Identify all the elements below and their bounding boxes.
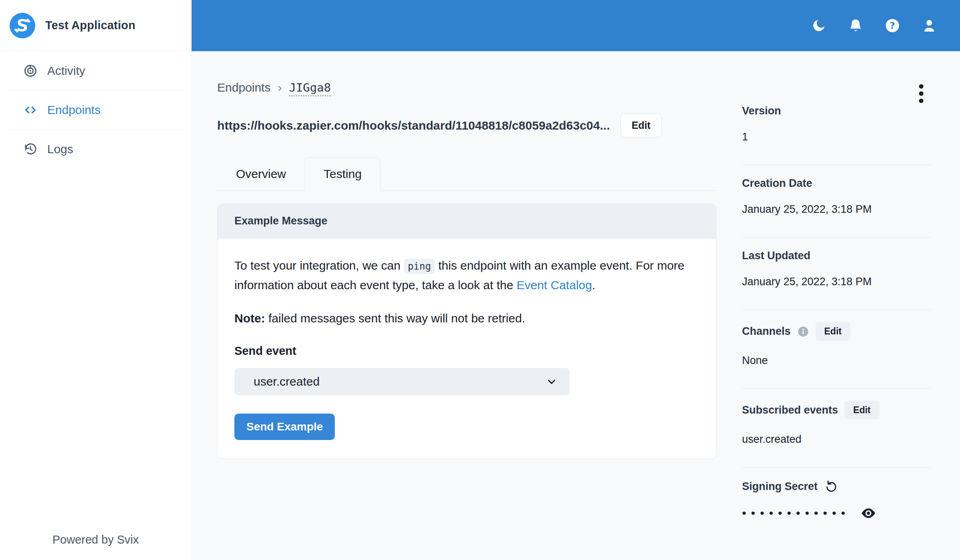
note-paragraph: Note: failed messages sent this way will… xyxy=(234,312,699,325)
breadcrumb-endpoints-link[interactable]: Endpoints xyxy=(217,81,270,94)
sidebar-nav: Activity Endpoints Logs xyxy=(0,51,191,168)
version-section: Version 1 xyxy=(742,105,932,165)
edit-subscribed-events-button[interactable]: Edit xyxy=(844,401,879,420)
intro-paragraph: To test your integration, we can ping th… xyxy=(234,256,686,295)
app-title: Test Application xyxy=(45,19,136,32)
code-brackets-icon xyxy=(23,103,38,117)
subscribed-events-section: Subscribed events Edit user.created xyxy=(742,389,932,468)
signing-secret-label: Signing Secret xyxy=(742,480,818,493)
dark-mode-moon-icon[interactable] xyxy=(811,18,826,33)
sidebar-item-label: Activity xyxy=(47,64,85,78)
user-account-icon[interactable] xyxy=(922,18,937,33)
main-content: Endpoints › JIGga8 https://hooks.zapier.… xyxy=(192,51,960,560)
tab-overview[interactable]: Overview xyxy=(217,157,305,191)
creation-date-value: January 25, 2022, 3:18 PM xyxy=(742,203,932,216)
last-updated-section: Last Updated January 25, 2022, 3:18 PM xyxy=(742,238,932,310)
svix-logo-icon[interactable]: S xyxy=(10,13,35,38)
notifications-bell-icon[interactable] xyxy=(848,18,863,33)
help-icon[interactable]: ? xyxy=(885,18,900,33)
ping-code-chip: ping xyxy=(404,259,435,274)
chevron-right-separator: › xyxy=(278,81,282,94)
sidebar-item-endpoints[interactable]: Endpoints xyxy=(0,90,191,129)
card-body: To test your integration, we can ping th… xyxy=(218,238,716,458)
note-label: Note: xyxy=(234,312,265,325)
endpoint-detail-column: Endpoints › JIGga8 https://hooks.zapier.… xyxy=(217,81,716,543)
svg-text:?: ? xyxy=(890,20,895,31)
subscribed-events-value: user.created xyxy=(742,433,932,446)
channels-section: Channels Edit None xyxy=(742,310,932,389)
signing-secret-section: Signing Secret •••••••••••• xyxy=(742,468,932,543)
edit-channels-button[interactable]: Edit xyxy=(816,322,850,341)
breadcrumb: Endpoints › JIGga8 xyxy=(217,81,716,94)
app-header: S Test Application xyxy=(0,0,191,51)
powered-by-label: Powered by Svix xyxy=(0,533,191,546)
endpoint-url-row: https://hooks.zapier.com/hooks/standard/… xyxy=(217,114,716,137)
breadcrumb-endpoint-id[interactable]: JIGga8 xyxy=(289,81,331,94)
chevron-down-icon xyxy=(546,376,558,388)
send-example-button[interactable]: Send Example xyxy=(234,414,335,440)
topbar: ? xyxy=(192,0,960,51)
channels-label: Channels xyxy=(742,325,791,338)
note-text: failed messages sent this way will not b… xyxy=(268,312,525,325)
send-event-label: Send event xyxy=(234,344,699,358)
subscribed-events-label: Subscribed events xyxy=(742,404,838,416)
masked-signing-secret: •••••••••••• xyxy=(742,506,850,520)
sidebar-item-activity[interactable]: Activity xyxy=(0,51,191,90)
selected-event-value: user.created xyxy=(254,375,320,388)
version-label: Version xyxy=(742,105,932,117)
reveal-secret-eye-icon[interactable] xyxy=(860,505,876,521)
last-updated-value: January 25, 2022, 3:18 PM xyxy=(742,276,932,288)
sidebar-item-label: Endpoints xyxy=(47,103,100,117)
event-type-select[interactable]: user.created xyxy=(234,368,570,395)
endpoint-details-panel: Version 1 Creation Date January 25, 2022… xyxy=(742,81,932,543)
last-updated-label: Last Updated xyxy=(742,250,932,262)
card-header-title: Example Message xyxy=(218,204,716,238)
event-catalog-link[interactable]: Event Catalog xyxy=(516,278,592,292)
activity-icon xyxy=(23,64,38,78)
example-message-card: Example Message To test your integration… xyxy=(217,204,716,459)
version-value: 1 xyxy=(742,131,932,143)
more-options-kebab-icon[interactable] xyxy=(914,83,928,106)
sidebar: S Test Application Activity Endpoints xyxy=(0,0,192,560)
rotate-secret-icon[interactable] xyxy=(824,480,838,493)
edit-url-button[interactable]: Edit xyxy=(620,114,662,137)
creation-date-label: Creation Date xyxy=(742,177,932,190)
tab-bar: Overview Testing xyxy=(217,157,716,191)
intro-text: To test your integration, we can xyxy=(234,259,400,272)
info-icon xyxy=(797,326,809,338)
sidebar-item-logs[interactable]: Logs xyxy=(0,130,191,168)
sidebar-item-label: Logs xyxy=(47,142,73,156)
channels-value: None xyxy=(742,354,932,367)
creation-date-section: Creation Date January 25, 2022, 3:18 PM xyxy=(742,165,932,238)
intro-period: . xyxy=(592,278,595,292)
svg-text:S: S xyxy=(17,16,28,35)
history-clock-icon xyxy=(23,142,38,156)
tab-testing[interactable]: Testing xyxy=(305,157,380,191)
endpoint-url: https://hooks.zapier.com/hooks/standard/… xyxy=(217,119,610,132)
